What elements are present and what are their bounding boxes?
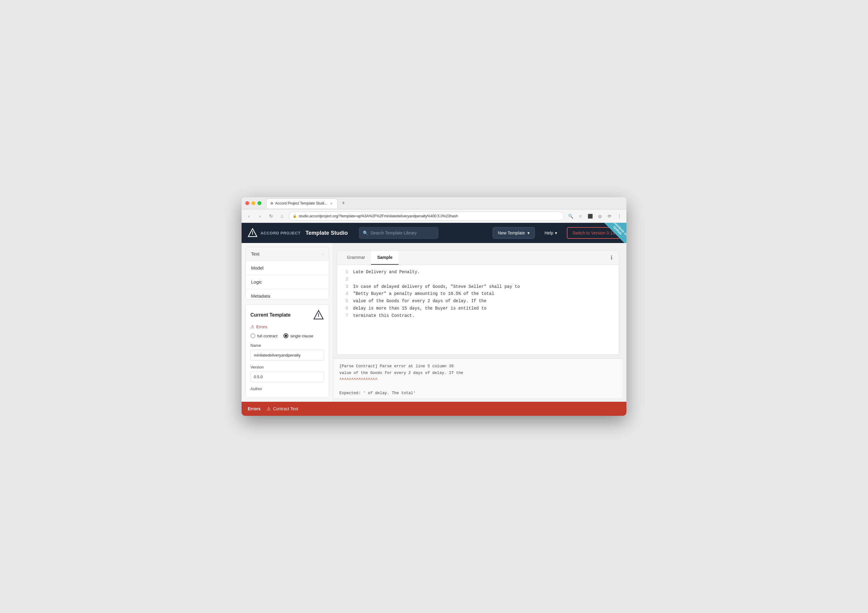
- back-button[interactable]: ‹: [245, 212, 253, 220]
- editor-tab-bar: Grammar Sample ℹ: [337, 251, 619, 265]
- read-icon[interactable]: ◎: [596, 212, 604, 220]
- new-template-label: New Template: [498, 231, 525, 235]
- tab-title: Accord Project Template Studi...: [275, 201, 327, 206]
- error-line-2: value of the Goods for every 2 days of d…: [339, 370, 617, 376]
- name-field-label: Name: [250, 343, 324, 348]
- current-template-card: Current Template ⚠ Errors full contract: [245, 304, 329, 398]
- sidebar-metadata-label: Metadata: [251, 293, 270, 299]
- browser-settings-icon[interactable]: ⋮: [615, 212, 623, 220]
- error-label: Errors: [256, 325, 267, 329]
- sidebar-item-model[interactable]: Model: [246, 261, 329, 275]
- version-field-label: Version: [250, 365, 324, 369]
- app-title: Template Studio: [305, 230, 348, 236]
- info-button[interactable]: ℹ: [608, 252, 615, 263]
- status-warning-icon: ⚠: [267, 406, 271, 412]
- author-field-label: Author: [250, 387, 324, 391]
- brand-name: ACCORD PROJECT: [260, 231, 301, 235]
- chevron-right-icon: ›: [322, 252, 324, 256]
- status-contract-text[interactable]: ⚠ Contract Text: [267, 406, 298, 412]
- code-line-5: 5 value of the Goods for every 2 days of…: [342, 298, 614, 305]
- accord-logo-icon: [248, 228, 257, 238]
- code-line-2: 2: [342, 276, 614, 283]
- dropdown-arrow-icon: ▾: [527, 231, 530, 235]
- titlebar: ⚙ Accord Project Template Studi... ✕ +: [242, 197, 626, 209]
- bookmark-icon[interactable]: ☆: [576, 212, 584, 220]
- current-template-title: Current Template: [250, 312, 290, 318]
- sample-tab-label: Sample: [377, 255, 392, 260]
- help-dropdown-icon: ▾: [555, 231, 557, 235]
- home-button[interactable]: ⌂: [277, 212, 286, 220]
- name-input[interactable]: [250, 350, 324, 361]
- url-bar[interactable]: 🔒 studio.accordproject.org/?template=ap%…: [288, 212, 564, 221]
- search-input[interactable]: Search Template Library: [370, 231, 417, 235]
- sidebar-text-label: Text: [251, 251, 260, 257]
- sidebar: Text › Model Logic Metadata Current Temp…: [242, 243, 333, 402]
- main-content: Text › Model Logic Metadata Current Temp…: [242, 243, 626, 402]
- single-clause-option[interactable]: single clause: [284, 333, 313, 338]
- tab-close-icon[interactable]: ✕: [329, 201, 333, 206]
- search-bar[interactable]: 🔍 Search Template Library: [359, 227, 438, 239]
- code-line-7: 7 terminate this Contract.: [342, 312, 614, 320]
- sidebar-item-metadata[interactable]: Metadata: [246, 289, 329, 299]
- grammar-tab-label: Grammar: [347, 255, 365, 260]
- error-console: [Parse Contract] Parse error at line 5 c…: [333, 358, 623, 398]
- full-contract-option[interactable]: full contract: [250, 333, 277, 338]
- new-tab-button[interactable]: +: [339, 199, 348, 207]
- minimize-button[interactable]: [251, 201, 255, 205]
- new-template-button[interactable]: New Template ▾: [493, 227, 535, 239]
- status-bar: Errors ⚠ Contract Text: [242, 402, 626, 416]
- status-errors-label: Errors: [248, 406, 260, 411]
- maximize-button[interactable]: [257, 201, 262, 205]
- grammar-tab[interactable]: Grammar: [341, 251, 371, 265]
- search-icon: 🔍: [363, 231, 368, 235]
- single-clause-radio[interactable]: [284, 333, 288, 338]
- sync-icon[interactable]: ⟳: [606, 212, 614, 220]
- template-error-indicator: ⚠ Errors: [250, 324, 324, 329]
- traffic-lights: [245, 201, 262, 205]
- active-browser-tab[interactable]: ⚙ Accord Project Template Studi... ✕: [266, 198, 338, 208]
- browser-action-buttons: 🔍 ☆ ⬛ ◎ ⟳ ⋮: [567, 212, 623, 220]
- error-line-1: [Parse Contract] Parse error at line 5 c…: [339, 363, 617, 370]
- close-button[interactable]: [245, 201, 249, 205]
- sidebar-logic-label: Logic: [251, 279, 262, 285]
- sidebar-model-label: Model: [251, 265, 264, 271]
- contract-type-radio-group: full contract single clause: [250, 333, 324, 338]
- refresh-button[interactable]: ↻: [267, 212, 275, 220]
- lock-icon: 🔒: [293, 214, 297, 218]
- sample-tab[interactable]: Sample: [371, 251, 398, 265]
- template-logo-icon: [313, 310, 324, 320]
- code-line-4: 4 "Betty Buyer" a penalty amounting to 1…: [342, 290, 614, 298]
- current-template-header: Current Template: [250, 310, 324, 320]
- radio-selected-dot: [285, 334, 287, 337]
- code-line-3: 3 In case of delayed delivery of Goods, …: [342, 283, 614, 291]
- logo-area: ACCORD PROJECT: [248, 228, 301, 238]
- single-clause-label: single clause: [290, 334, 313, 338]
- app-window: ⚙ Accord Project Template Studi... ✕ + ‹…: [242, 197, 626, 416]
- warning-icon: ⚠: [250, 324, 254, 329]
- version-input[interactable]: [250, 371, 324, 382]
- url-text: studio.accordproject.org/?template=ap%3A…: [299, 214, 458, 218]
- status-contract-label: Contract Text: [273, 406, 298, 411]
- app-header: ACCORD PROJECT Template Studio 🔍 Search …: [242, 223, 626, 243]
- address-bar: ‹ › ↻ ⌂ 🔒 studio.accordproject.org/?temp…: [242, 209, 626, 223]
- editor-area: Grammar Sample ℹ 1 Late Delivery and Pen…: [337, 250, 619, 355]
- switch-version-label: Switch to Version 0.13: [572, 231, 615, 235]
- forward-button[interactable]: ›: [256, 212, 264, 220]
- code-editor[interactable]: 1 Late Delivery and Penalty. 2 3 In case…: [337, 265, 619, 354]
- code-line-6: 6 delay is more than 15 days, the Buyer …: [342, 305, 614, 312]
- error-underline: ^^^^^^^^^^^^^^^^: [339, 377, 378, 382]
- sidebar-item-text[interactable]: Text ›: [246, 247, 329, 261]
- browser-tab-bar: ⚙ Accord Project Template Studi... ✕ +: [266, 198, 623, 208]
- error-line-3: ^^^^^^^^^^^^^^^^: [339, 376, 617, 383]
- code-line-1: 1 Late Delivery and Penalty.: [342, 269, 614, 276]
- error-line-5: Expected: ' of delay. The total': [339, 390, 617, 396]
- extensions-icon[interactable]: ⬛: [586, 212, 594, 220]
- help-button[interactable]: Help ▾: [540, 227, 562, 239]
- full-contract-radio[interactable]: [250, 333, 255, 338]
- error-line-4: [339, 383, 617, 390]
- sidebar-nav: Text › Model Logic Metadata: [245, 247, 329, 299]
- help-label: Help: [544, 231, 553, 235]
- full-contract-label: full contract: [257, 334, 277, 338]
- search-icon[interactable]: 🔍: [567, 212, 575, 220]
- sidebar-item-logic[interactable]: Logic: [246, 275, 329, 289]
